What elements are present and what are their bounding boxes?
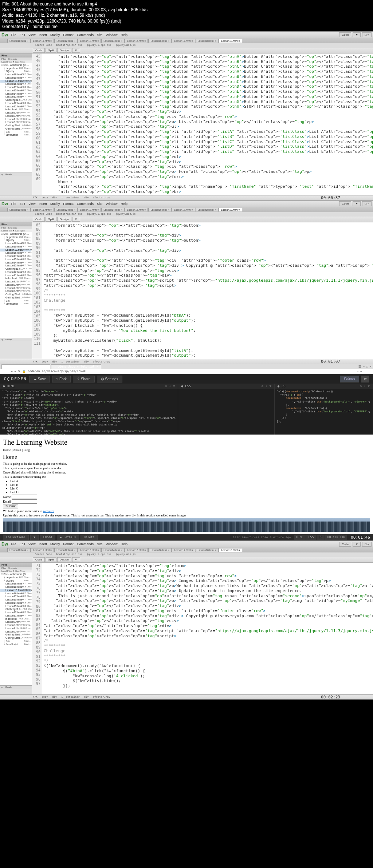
view-design[interactable]: Design <box>57 557 71 562</box>
gear-icon[interactable]: ⚙ ↕ ▼ <box>165 384 175 388</box>
tab-Lesson16.html[interactable]: Lesson16.html × <box>148 208 172 211</box>
file-row[interactable]: Lesson11.html4KB Chro… <box>0 105 31 108</box>
file-row[interactable]: Challenge1.h…4KB Chro… <box>0 608 31 611</box>
window-control[interactable]: □|× <box>362 32 372 37</box>
editor-css[interactable] <box>178 389 274 435</box>
tab-Lesson11.html[interactable]: Lesson11.html × <box>31 39 54 43</box>
menu-window[interactable]: Window <box>106 202 117 206</box>
file-row[interactable]: Lesson8.html4KB Chro… <box>0 284 31 287</box>
submit-button[interactable]: Submit <box>3 504 18 508</box>
file-row[interactable]: Lesson19.html5KB Chro… <box>0 249 31 252</box>
settings-button[interactable]: ⚙ Settings <box>97 376 122 383</box>
menu-edit[interactable]: Edit <box>20 33 25 37</box>
menu-file[interactable]: File <box>11 202 16 206</box>
lang-tag[interactable]: JS <box>317 535 325 540</box>
tab-Lesson16.html[interactable]: Lesson16.html × <box>148 548 172 552</box>
code-editor[interactable]: 8586878889909192939495969798991001011021… <box>32 222 373 359</box>
panel-subtab[interactable]: Snippets <box>8 227 17 229</box>
file-row[interactable]: index.html4KB Chro… <box>0 277 31 280</box>
tab-Lesson17.html[interactable]: Lesson17.html × <box>172 39 195 43</box>
file-row[interactable]: ├ helper.html2KB Chro… <box>0 576 31 579</box>
view-split[interactable]: Split <box>46 48 56 53</box>
file-row[interactable]: Lesson13.html4KB Chro… <box>0 605 31 608</box>
file-row[interactable]: Lesson18.html5KB Chro… <box>0 582 31 586</box>
tab-Lesson19.html[interactable]: Lesson19.html × <box>219 39 242 43</box>
file-row[interactable]: Getting Start…6,963 Adob… <box>0 296 31 300</box>
file-row[interactable]: Lesson19.html5KB Chro… <box>0 589 31 592</box>
file-row[interactable]: Lesson17.html4KB Chro… <box>0 255 31 258</box>
tab-Lesson14.html[interactable]: Lesson14.html × <box>101 548 125 552</box>
footer-embed-button[interactable]: Embed <box>40 535 55 540</box>
window-control[interactable]: ▼ <box>353 542 361 547</box>
file-row[interactable]: Lesson6.html4KB Chro… <box>0 290 31 293</box>
file-row[interactable]: Lesson12.html4KB Chro… <box>0 611 31 614</box>
file-row[interactable]: Lesson10.html5KB Chro… <box>0 76 31 80</box>
panel-subtab[interactable]: Files <box>1 567 6 569</box>
menu-commands[interactable]: Commands <box>77 33 94 37</box>
menu-modify[interactable]: Modify <box>50 33 60 37</box>
panel-subtab[interactable]: Snippets <box>8 567 17 569</box>
tab-Lesson13.html[interactable]: Lesson13.html × <box>78 39 101 43</box>
menu-site[interactable]: Site <box>97 542 103 546</box>
menu-file[interactable]: File <box>11 33 16 37</box>
file-row[interactable]: Lesson11.html4KB Chro… <box>0 274 31 277</box>
websites-link[interactable]: websites <box>43 509 54 513</box>
tab-Lesson19.html[interactable]: Lesson19.html × <box>219 208 242 211</box>
tab-Lesson13.html[interactable]: Lesson13.html × <box>78 548 101 552</box>
menu-help[interactable]: Help <box>121 542 127 546</box>
file-row[interactable]: Lesson7.html4KB Chro… <box>0 287 31 290</box>
view-split[interactable]: Split <box>46 557 56 562</box>
file-row[interactable]: Lesson14.html4KB Chro… <box>0 92 31 96</box>
file-row[interactable]: Lesson8.html4KB Chro… <box>0 115 31 118</box>
file-row[interactable]: Lesson14.html4KB Chro… <box>0 602 31 605</box>
gear-icon[interactable]: ⚙ ↕ ▼ <box>262 384 271 388</box>
gear-icon[interactable]: ⚙ ↕ ▼ <box>360 384 370 388</box>
file-row[interactable]: Lesson15.html4KB Chro… <box>0 258 31 261</box>
menu-modify[interactable]: Modify <box>50 202 60 206</box>
file-row[interactable]: Lesson16.html4KB Chro… <box>0 83 31 86</box>
name-input[interactable] <box>12 495 37 499</box>
menu-window[interactable]: Window <box>106 33 117 37</box>
window-control[interactable]: Code <box>339 32 351 37</box>
file-row[interactable]: Getting Start…6,963 Adob… <box>0 127 31 131</box>
share-button[interactable]: ⇪ Share <box>73 376 94 383</box>
window-control[interactable]: □|× <box>362 201 372 206</box>
view-▼[interactable]: ▼ <box>72 48 80 53</box>
file-row[interactable]: └ JQueryFold… <box>0 239 31 242</box>
editors-button[interactable]: Editors <box>340 376 359 383</box>
tab-Lesson13.html[interactable]: Lesson13.html × <box>78 208 101 211</box>
view-▼[interactable]: ▼ <box>72 557 80 562</box>
view-code[interactable]: Code <box>33 217 45 222</box>
file-row[interactable]: Lesson6.html4KB Chro… <box>0 121 31 124</box>
file-row[interactable]: Lesson7.html4KB Chro… <box>0 627 31 630</box>
file-row[interactable]: └ JavaScriptFold… <box>0 302 31 306</box>
menu-modify[interactable]: Modify <box>50 542 60 546</box>
subtab[interactable]: jquery.min.js <box>113 212 138 217</box>
tab-Lesson11.html[interactable]: Lesson11.html × <box>31 208 54 211</box>
subtab[interactable]: Source Code <box>33 212 54 217</box>
tab-Lesson18.html[interactable]: Lesson18.html × <box>196 39 219 43</box>
panel-subtab[interactable]: Snippets <box>8 58 17 60</box>
file-row[interactable]: □ Site - webcourse (D:… <box>0 573 31 576</box>
file-row[interactable]: Lesson16.html4KB Chro… <box>0 251 31 255</box>
file-row[interactable]: └ JavaScriptFold… <box>0 134 31 137</box>
footer-▼-button[interactable]: ▼ <box>30 535 39 540</box>
menu-edit[interactable]: Edit <box>20 202 25 206</box>
tab-Lesson12.html[interactable]: Lesson12.html × <box>54 548 78 552</box>
tab-Lesson15.html[interactable]: Lesson15.html × <box>125 548 148 552</box>
view-design[interactable]: Design <box>57 48 71 53</box>
file-row[interactable]: Lesson18.html5KB Chro… <box>0 73 31 76</box>
browser-tab-2[interactable]: ⬚ Udemy Jquery Tutorial × <box>51 364 101 369</box>
file-row[interactable]: └ JavaScriptFold… <box>0 643 31 646</box>
tab-Lesson10.html[interactable]: Lesson10.html × <box>7 39 31 43</box>
fork-button[interactable]: ⑂ Fork <box>52 376 71 383</box>
file-row[interactable]: Lesson7.html4KB Chro… <box>0 118 31 121</box>
panel-subtab[interactable]: Files <box>1 227 6 229</box>
file-row[interactable]: Lesson8.html4KB Chro… <box>0 624 31 627</box>
file-row[interactable]: index.html4KB Chro… <box>0 618 31 621</box>
tab-Lesson16.html[interactable]: Lesson16.html × <box>148 39 172 43</box>
menu-help[interactable]: Help <box>121 33 127 37</box>
tab-Lesson15.html[interactable]: Lesson15.html × <box>125 208 148 211</box>
browser-tab-1[interactable]: ▣ JQuery Learning Course <box>1 364 50 369</box>
menu-view[interactable]: View <box>28 33 35 37</box>
